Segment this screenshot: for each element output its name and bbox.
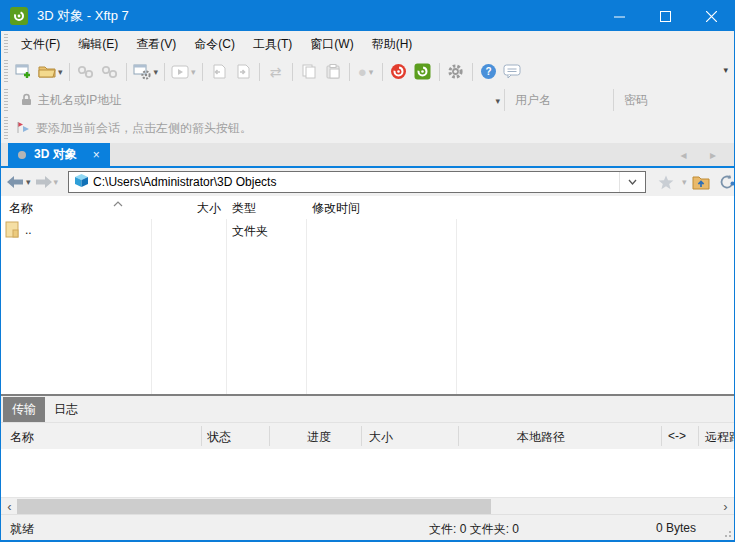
xshell-icon[interactable] (387, 60, 411, 84)
paste-icon (321, 60, 345, 84)
file-row-parent[interactable]: .. 文件夹 (1, 219, 734, 241)
column-divider[interactable] (201, 426, 202, 446)
column-divider[interactable] (269, 426, 270, 446)
password-input[interactable] (614, 93, 734, 107)
minimize-button[interactable] (596, 1, 642, 31)
transfer-list-body (1, 449, 734, 497)
note-flag-icon (16, 121, 30, 137)
col-modified[interactable]: 修改时间 (312, 200, 360, 217)
toolbar-overflow-icon[interactable]: ▾ (723, 65, 728, 75)
open-session-folder-icon[interactable]: ▾ (36, 60, 65, 84)
toolbar-separator (69, 63, 70, 81)
forward-history-dropdown-icon: ▾ (54, 177, 59, 187)
resize-grip[interactable] (721, 527, 731, 537)
path-dropdown-icon[interactable] (619, 172, 645, 192)
title-bar: 3D 对象 - Xftp 7 (1, 1, 734, 31)
menu-help[interactable]: 帮助(H) (363, 32, 422, 57)
toolbar-separator (259, 63, 260, 81)
xftp-app-icon (10, 7, 28, 25)
help-icon[interactable]: ? (477, 60, 501, 84)
col-type[interactable]: 类型 (232, 200, 256, 217)
tcol-localpath[interactable]: 本地路径 (517, 429, 565, 446)
tcol-status[interactable]: 状态 (207, 429, 231, 446)
favorites-dropdown-icon[interactable]: ▾ (682, 177, 687, 187)
session-tab-active[interactable]: 3D 对象 × (8, 143, 110, 166)
back-history-dropdown-icon[interactable]: ▾ (26, 177, 31, 187)
toolbar: ▾ ▾ ▾ ⇄ (1, 57, 734, 86)
new-session-icon[interactable] (12, 60, 36, 84)
refresh-icon[interactable] (715, 170, 735, 194)
username-input[interactable] (505, 93, 613, 107)
properties-dropdown-icon[interactable]: ▾ (154, 67, 159, 77)
status-bytes: 0 Bytes (656, 521, 696, 535)
column-divider[interactable] (458, 426, 459, 446)
back-file-icon (207, 60, 231, 84)
scroll-left-icon[interactable]: ‹ (1, 499, 18, 514)
note-bar: 要添加当前会话，点击左侧的箭头按钮。 (1, 114, 734, 143)
close-button[interactable] (688, 1, 734, 31)
notebar-grip[interactable] (4, 117, 8, 140)
toolbar-separator (202, 63, 203, 81)
tab-transfer[interactable]: 传输 (3, 397, 45, 422)
file-name: .. (25, 223, 32, 237)
column-divider[interactable] (698, 426, 699, 446)
host-dropdown-icon[interactable]: ▾ (495, 96, 500, 106)
column-divider[interactable] (661, 426, 662, 446)
tcol-direction[interactable]: <-> (668, 429, 686, 443)
status-file-counts: 文件: 0 文件夹: 0 (429, 521, 519, 538)
menu-window[interactable]: 窗口(W) (301, 32, 362, 57)
password-field-wrap (614, 93, 734, 107)
up-directory-icon[interactable] (689, 170, 713, 194)
session-tab-bar: 3D 对象 × ◂ ▸ (1, 143, 734, 168)
path-combobox[interactable] (68, 171, 646, 193)
column-divider[interactable] (361, 426, 362, 446)
horizontal-scrollbar[interactable]: ‹ › (1, 497, 734, 514)
menu-tools[interactable]: 工具(T) (244, 32, 301, 57)
session-status-dot (18, 151, 26, 159)
status-bar: 就绪 文件: 0 文件夹: 0 0 Bytes (1, 514, 734, 540)
scrollbar-thumb[interactable] (17, 499, 491, 514)
toolbar-separator (292, 63, 293, 81)
session-tab-label: 3D 对象 (34, 146, 77, 163)
toolbar-separator (439, 63, 440, 81)
col-name[interactable]: 名称 (9, 200, 33, 217)
tcol-name[interactable]: 名称 (10, 429, 34, 446)
col-size[interactable]: 大小 (197, 200, 221, 217)
tab-scroll-arrows[interactable]: ◂ ▸ (681, 148, 726, 162)
settings-gear-icon[interactable] (444, 60, 468, 84)
3d-objects-icon (74, 173, 89, 191)
forward-button[interactable]: ▾ (35, 176, 59, 188)
tab-close-icon[interactable]: × (93, 148, 100, 162)
session-properties-icon[interactable]: ▾ (131, 60, 161, 84)
file-list-header: 名称 大小 类型 修改时间 (1, 196, 734, 219)
scroll-right-icon[interactable]: › (717, 499, 734, 514)
open-dropdown-icon[interactable]: ▾ (58, 67, 63, 77)
host-field-wrap: ▾ (12, 88, 504, 112)
file-browser: 名称 大小 类型 修改时间 .. 文件夹 (1, 196, 734, 394)
disconnect-icon (74, 60, 98, 84)
menu-commands[interactable]: 命令(C) (185, 32, 244, 57)
back-button[interactable]: ▾ (7, 176, 31, 188)
tcol-progress[interactable]: 进度 (307, 429, 331, 446)
maximize-button[interactable] (642, 1, 688, 31)
host-input[interactable] (12, 88, 504, 112)
tcol-size[interactable]: 大小 (369, 429, 393, 446)
menu-file[interactable]: 文件(F) (12, 32, 69, 57)
bottom-tab-bar: 传输 日志 (1, 397, 734, 423)
tab-log[interactable]: 日志 (45, 397, 87, 422)
menubar-grip[interactable] (4, 34, 8, 55)
feedback-icon[interactable] (501, 60, 525, 84)
toolbar-grip[interactable] (4, 60, 8, 83)
address-bar: ▾ ▾ ▾ (1, 168, 734, 196)
menu-edit[interactable]: 编辑(E) (69, 32, 127, 57)
quickbar-grip[interactable] (4, 89, 8, 111)
xftp-icon[interactable] (411, 60, 435, 84)
reconnect-icon (98, 60, 122, 84)
sort-ascending-icon (113, 196, 123, 210)
forward-file-icon (231, 60, 255, 84)
copy-icon (297, 60, 321, 84)
tcol-remotepath[interactable]: 远程路径 (705, 429, 735, 446)
window-title: 3D 对象 - Xftp 7 (37, 7, 596, 25)
menu-view[interactable]: 查看(V) (127, 32, 185, 57)
path-input[interactable] (89, 175, 619, 189)
